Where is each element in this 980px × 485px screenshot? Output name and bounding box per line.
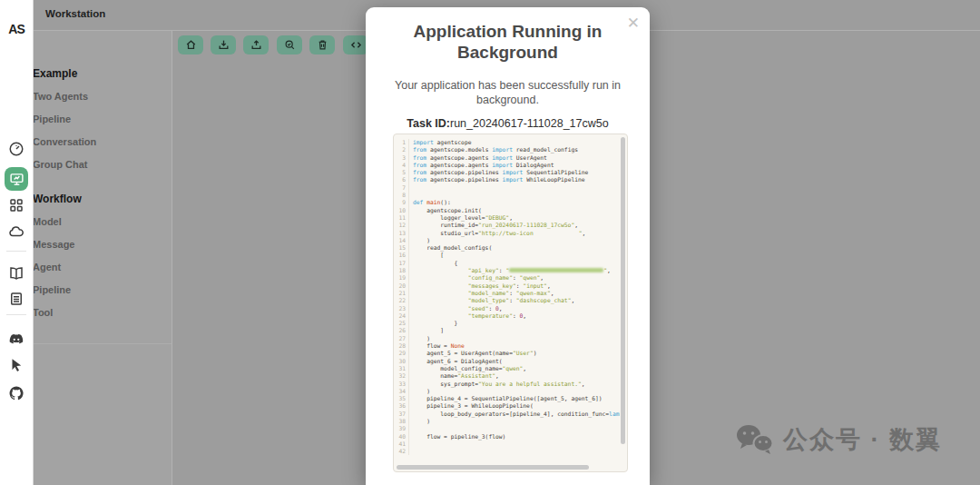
close-icon[interactable]: ✕	[627, 15, 640, 31]
delete-button[interactable]	[309, 35, 335, 54]
code-line: 26 ]	[394, 327, 620, 334]
code-line: 17 {	[394, 260, 620, 267]
workstation-icon[interactable]	[5, 167, 28, 191]
document-icon[interactable]	[8, 291, 24, 307]
check-button[interactable]	[277, 35, 302, 54]
code-line: 36 pipeline_3 = WhileLoopPipeline(	[394, 402, 620, 410]
code-line: 15 read_model_configs(	[394, 244, 620, 252]
code-line: 32 name="Assistant",	[394, 372, 620, 380]
icon-rail: AS	[0, 0, 34, 485]
download-button[interactable]	[211, 35, 236, 54]
sidebar-item-pipeline[interactable]: Pipeline	[33, 279, 172, 302]
code-line: 35 pipeline_4 = SequentialPipeline([agen…	[394, 395, 620, 402]
code-line: 22 "model_type": "dashscope_chat",	[394, 297, 620, 304]
app-window: AS Workstati	[0, 0, 980, 485]
code-line: 2from agentscope.models import read_mode…	[394, 146, 620, 153]
code-line: 6from agentscope.pipelines import WhileL…	[394, 176, 620, 183]
code-line: 1import agentscope	[394, 139, 620, 146]
code-line: 29 agent_5 = UserAgent(name="User")	[394, 350, 620, 357]
vertical-scrollbar[interactable]	[621, 137, 625, 444]
sidebar-divider	[33, 343, 172, 344]
code-line: 12 runtime_id="run_20240617-111028_17cw5…	[394, 222, 620, 229]
sidebar-item-message[interactable]: Message	[33, 233, 172, 256]
sidebar-item-pipeline[interactable]: Pipeline	[33, 108, 172, 131]
code-button[interactable]	[343, 35, 368, 54]
sidebar-item-agent[interactable]: Agent	[33, 256, 172, 279]
modal-title: Application Running in Background	[395, 21, 622, 63]
sidebar-item-model[interactable]: Model	[33, 211, 172, 233]
code-line: 23 "seed": 0,	[394, 305, 620, 312]
discord-icon[interactable]	[8, 331, 24, 347]
code-line: 14 )	[394, 237, 620, 244]
code-line: 7	[394, 184, 620, 192]
code-line: 16 [	[394, 252, 620, 259]
task-id-label: Task ID:	[407, 117, 450, 130]
code-line: 10 agentscope.init(	[394, 207, 620, 214]
sidebar-item-two-agents[interactable]: Two Agents	[33, 85, 172, 108]
code-line: 37 loop_body_operators=[pipeline_4], con…	[394, 411, 620, 418]
sidebar-item-conversation[interactable]: Conversation	[33, 131, 172, 153]
code-line: 39	[394, 425, 620, 432]
code-line: 20 "messages_key": "input",	[394, 282, 620, 290]
code-line: 41	[394, 440, 620, 448]
code-line: 33 sys_prompt="You are a helpful assista…	[394, 381, 620, 388]
upload-button[interactable]	[243, 35, 269, 54]
sidebar-menu: ExampleTwo AgentsPipelineConversationGro…	[33, 31, 172, 485]
horizontal-scrollbar[interactable]	[397, 465, 589, 470]
code-line: 19 "config_name": "qwen",	[394, 274, 620, 282]
code-line: 9def main():	[394, 199, 620, 206]
sidebar-item-tool[interactable]: Tool	[33, 302, 172, 324]
github-icon[interactable]	[8, 385, 24, 401]
rail-divider	[6, 314, 26, 315]
code-line: 13 studio_url="http://two-icon",	[394, 230, 620, 237]
run-background-modal: ✕ Application Running in Background Your…	[366, 7, 650, 485]
apps-grid-icon[interactable]	[8, 197, 24, 213]
docs-book-icon[interactable]	[8, 265, 24, 282]
code-line: 3from agentscope.agents import UserAgent	[394, 154, 620, 162]
rail-divider	[6, 251, 26, 252]
code-line: 31 model_config_name="qwen",	[394, 365, 620, 372]
watermark-text: 公众号 · 数翼	[783, 423, 942, 456]
code-block[interactable]: 1import agentscope2from agentscope.model…	[393, 134, 628, 472]
modal-message: Your application has been successfully r…	[385, 78, 632, 107]
task-id-value: run_20240617-111028_17cw5o	[450, 117, 609, 130]
sidebar-item-group-chat[interactable]: Group Chat	[33, 153, 172, 176]
cloud-icon[interactable]	[8, 223, 24, 240]
code-line: 25 }	[394, 320, 620, 327]
code-line: 18 "api_key": "",	[394, 267, 620, 274]
code-line: 11 logger_level="DEBUG",	[394, 214, 620, 222]
code-line: 27 )	[394, 335, 620, 342]
code-line: 28 flow = None	[394, 342, 620, 350]
sidebar-section-title: Example	[33, 62, 172, 85]
code-line: 8	[394, 192, 620, 199]
code-line: 21 "model_name": "qwen-max",	[394, 290, 620, 297]
code-line: 42	[394, 448, 620, 455]
wechat-icon	[735, 423, 775, 456]
dashboard-icon[interactable]	[8, 141, 24, 157]
agentscope-logo: AS	[0, 22, 33, 36]
code-line: 4from agentscope.agents import DialogAge…	[394, 162, 620, 169]
code-line: 38 )	[394, 418, 620, 425]
page-title: Workstation	[45, 8, 105, 19]
code-line: 30 agent_6 = DialogAgent(	[394, 358, 620, 365]
watermark: 公众号 · 数翼	[735, 423, 942, 456]
task-id-line: Task ID:run_20240617-111028_17cw5o	[377, 117, 640, 130]
code-content: 1import agentscope2from agentscope.model…	[394, 134, 620, 464]
code-line: 24 "temperature": 0,	[394, 312, 620, 320]
code-line: 5from agentscope.pipelines import Sequen…	[394, 169, 620, 176]
home-button[interactable]	[178, 35, 203, 54]
code-line: 40 flow = pipeline_3(flow)	[394, 433, 620, 440]
code-line: 34 )	[394, 388, 620, 395]
sidebar-section-title: Workflow	[33, 187, 172, 211]
pointer-icon[interactable]	[8, 357, 24, 373]
